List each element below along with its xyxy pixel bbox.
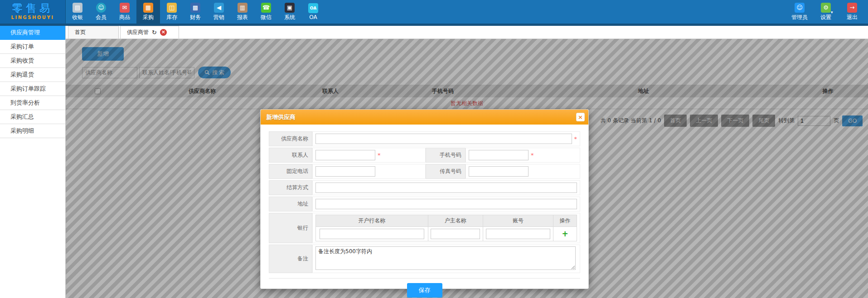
sidebar-item-purchase-return[interactable]: 采购退货 — [0, 68, 65, 82]
bank-header-holder-name: 户主名称 — [428, 215, 483, 227]
mobile-label: 手机号码 — [426, 148, 466, 163]
sidebar-item-purchase-order[interactable]: 采购订单 — [0, 40, 65, 54]
modal-body: 供应商名称 * 联系人 * — [261, 125, 588, 274]
sidebar-item-purchase-detail[interactable]: 采购明细 — [0, 124, 65, 138]
app-root: 零售易 LINGSHOUYI ▤ 收银 ☺ 会员 ✉ 商品 ▦ 采购 ◫ 库存 — [0, 0, 868, 298]
form-row-remark: 备注 备注长度为500字符内 — [269, 245, 580, 273]
sidebar-item-purchase-summary[interactable]: 采购汇总 — [0, 110, 65, 124]
landline-field[interactable] — [315, 166, 375, 177]
nav-item-label: 报表 — [237, 14, 248, 21]
save-button[interactable]: 保存 — [407, 283, 442, 298]
modal-title: 新增供应商 — [266, 113, 296, 121]
nav-item-report[interactable]: ▥ 报表 — [231, 0, 254, 24]
tab-bar: 首页 供应商管 ↻ × — [66, 26, 868, 39]
remark-textarea[interactable]: 备注长度为500字符内 — [315, 246, 576, 270]
nav-item-marketing[interactable]: ◀ 营销 — [207, 0, 231, 24]
address-label: 地址 — [269, 197, 312, 211]
bank-account-field[interactable] — [486, 229, 550, 239]
top-navbar: 零售易 LINGSHOUYI ▤ 收银 ☺ 会员 ✉ 商品 ▦ 采购 ◫ 库存 — [0, 0, 868, 24]
sidebar: 供应商管理 采购订单 采购收货 采购退货 采购订单跟踪 到货率分析 采购汇总 采… — [0, 26, 66, 298]
modal-header: 新增供应商 × — [261, 110, 588, 125]
wechat-icon: ☎ — [261, 3, 271, 13]
goods-icon: ✉ — [120, 3, 130, 13]
form-row-bank: 银行 开户行名称 户主名称 账号 操作 — [269, 213, 580, 243]
modal-close-icon[interactable]: × — [576, 113, 585, 121]
form-row-contact-mobile: 联系人 * 手机号码 * — [269, 148, 580, 163]
nav-right-menu: ☺ 管理员 ⚙ ▾ 设置 → 退出 — [786, 0, 865, 24]
form-row-address: 地址 — [269, 197, 580, 211]
required-asterisk: * — [574, 135, 577, 142]
settlement-field[interactable] — [315, 183, 577, 193]
nav-item-admin[interactable]: ☺ 管理员 — [786, 0, 813, 24]
bank-holder-field[interactable] — [431, 229, 480, 239]
settlement-label: 结算方式 — [269, 180, 312, 195]
nav-item-system[interactable]: ▣ 系统 — [278, 0, 301, 24]
bank-header-operation: 操作 — [553, 215, 577, 227]
bank-header-bank-name: 开户行名称 — [316, 215, 428, 227]
nav-item-label: 商品 — [119, 14, 130, 21]
nav-item-cashier[interactable]: ▤ 收银 — [66, 0, 89, 24]
landline-label: 固定电话 — [269, 164, 312, 179]
remark-label: 备注 — [269, 245, 312, 273]
bank-name-field[interactable] — [320, 229, 425, 239]
nav-item-label: 财务 — [190, 14, 201, 21]
nav-item-inventory[interactable]: ◫ 库存 — [160, 0, 184, 24]
mobile-field[interactable] — [469, 150, 529, 160]
settings-icon-wrap: ⚙ ▾ — [821, 3, 831, 13]
contact-field[interactable] — [315, 150, 375, 160]
nav-item-purchase[interactable]: ▦ 采购 — [136, 0, 160, 24]
nav-item-label: 管理员 — [791, 14, 808, 21]
form-row-settlement: 结算方式 — [269, 180, 580, 195]
required-asterisk: * — [531, 152, 534, 159]
nav-item-label: 采购 — [143, 14, 154, 21]
tab-home[interactable]: 首页 — [68, 26, 119, 38]
bank-input-row: + — [316, 227, 577, 241]
brand-logo: 零售易 LINGSHOUYI — [0, 0, 66, 24]
fax-field[interactable] — [469, 166, 529, 177]
oa-icon: OA — [308, 3, 318, 13]
refresh-icon[interactable]: ↻ — [152, 29, 157, 36]
member-icon: ☺ — [96, 3, 106, 13]
supplier-form: 供应商名称 * 联系人 * — [269, 130, 580, 274]
tab-supplier-management[interactable]: 供应商管 ↻ × — [120, 26, 179, 38]
system-monitor-icon: ▣ — [285, 3, 295, 13]
nav-item-label: 退出 — [847, 14, 858, 21]
nav-item-goods[interactable]: ✉ 商品 — [113, 0, 136, 24]
nav-item-label: OA — [309, 14, 317, 20]
cash-register-icon: ▤ — [73, 3, 82, 13]
nav-item-settings[interactable]: ⚙ ▾ 设置 — [813, 0, 839, 24]
tab-label: 供应商管 — [127, 29, 149, 36]
report-clipboard-icon: ▥ — [238, 3, 247, 13]
nav-item-oa[interactable]: OA OA — [301, 0, 325, 24]
sidebar-item-arrival-rate[interactable]: 到货率分析 — [0, 96, 65, 110]
admin-user-icon: ☺ — [795, 3, 805, 13]
add-bank-row-icon[interactable]: + — [562, 229, 568, 238]
bank-label: 银行 — [269, 213, 312, 243]
close-tab-icon[interactable]: × — [160, 29, 167, 36]
nav-item-label: 微信 — [261, 14, 272, 21]
nav-item-label: 营销 — [213, 14, 224, 21]
address-field[interactable] — [315, 199, 577, 209]
nav-item-finance[interactable]: ▩ 财务 — [184, 0, 207, 24]
nav-item-label: 会员 — [96, 14, 107, 21]
supplier-name-label: 供应商名称 — [269, 131, 312, 146]
sidebar-item-order-tracking[interactable]: 采购订单跟踪 — [0, 82, 65, 96]
nav-item-wechat[interactable]: ☎ 微信 — [254, 0, 278, 24]
nav-menu: ▤ 收银 ☺ 会员 ✉ 商品 ▦ 采购 ◫ 库存 ▩ 财务 — [66, 0, 325, 24]
purchase-cart-icon: ▦ — [143, 3, 153, 13]
nav-item-label: 收银 — [72, 14, 83, 21]
required-asterisk: * — [378, 152, 381, 159]
navbar-bottom-strip — [0, 24, 868, 26]
bank-header-row: 开户行名称 户主名称 账号 操作 — [316, 215, 577, 227]
nav-item-logout[interactable]: → 退出 — [839, 0, 865, 24]
add-supplier-modal: 新增供应商 × 供应商名称 * 联系人 — [260, 109, 589, 289]
contact-label: 联系人 — [269, 148, 312, 163]
supplier-name-field[interactable] — [315, 134, 572, 144]
sidebar-item-purchase-receiving[interactable]: 采购收货 — [0, 54, 65, 68]
chevron-down-icon: ▾ — [831, 10, 833, 14]
sidebar-item-supplier-management[interactable]: 供应商管理 — [0, 26, 65, 40]
nav-item-member[interactable]: ☺ 会员 — [89, 0, 113, 24]
bank-header-account: 账号 — [483, 215, 553, 227]
modal-footer: 保存 — [269, 278, 580, 298]
form-row-landline-fax: 固定电话 传真号码 — [269, 164, 580, 179]
